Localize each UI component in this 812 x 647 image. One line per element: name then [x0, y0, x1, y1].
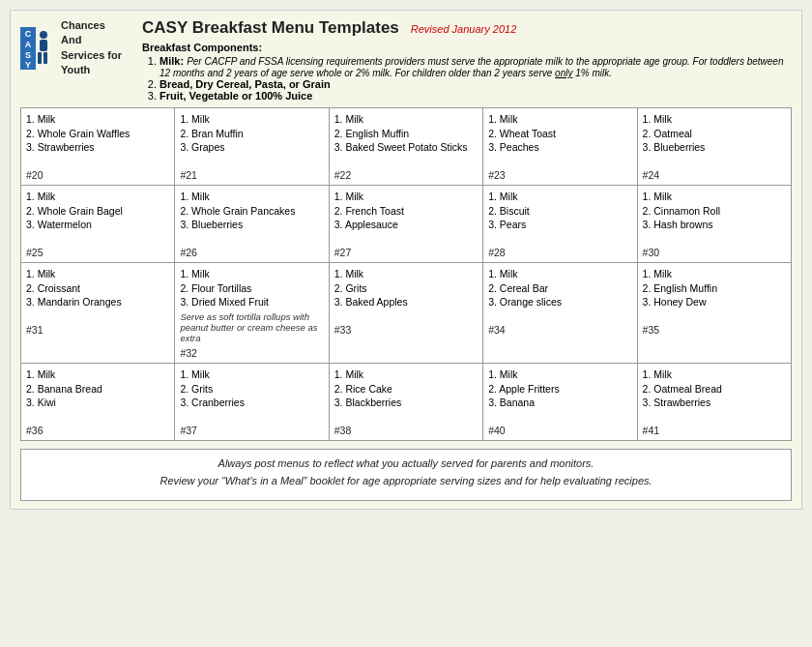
menu-item: 3. Pears [488, 218, 631, 232]
menu-cell-r1-c0: 1. Milk2. Whole Grain Bagel3. Watermelon… [21, 186, 175, 263]
logo-box: C A S Y Chances And Services for Youth [20, 18, 127, 78]
menu-cell-r1-c4: 1. Milk2. Cinnamon Roll3. Hash browns#30 [637, 186, 791, 263]
menu-item: 2. Whole Grain Bagel [26, 204, 169, 219]
cell-number: #25 [26, 247, 169, 258]
menu-item: 2. Banana Bread [26, 382, 169, 397]
cell-number: #30 [643, 247, 786, 258]
menu-item: 1. Milk [334, 112, 478, 127]
menu-item: 1. Milk [180, 267, 323, 281]
menu-cell-r2-c2: 1. Milk2. Grits3. Baked Apples#33 [329, 263, 482, 364]
svg-rect-6 [40, 40, 47, 51]
cell-number: #32 [180, 347, 323, 359]
milk-note: Per CACFP and FSSA licensing requirement… [160, 56, 783, 78]
menu-item: 3. Blackberries [334, 396, 478, 410]
menu-cell-r3-c3: 1. Milk2. Apple Fritters3. Banana#40 [483, 364, 637, 441]
menu-item: 1. Milk [643, 190, 786, 204]
menu-item: 1. Milk [488, 112, 631, 127]
menu-item: 1. Milk [334, 368, 478, 382]
menu-item: 3. Dried Mixed Fruit [180, 295, 323, 309]
menu-cell-r0-c4: 1. Milk2. Oatmeal3. Blueberries#24 [637, 108, 791, 186]
menu-cell-r0-c0: 1. Milk2. Whole Grain Waffles3. Strawber… [21, 108, 175, 186]
cell-number: #20 [26, 169, 169, 181]
menu-cell-r0-c3: 1. Milk2. Wheat Toast3. Peaches#23 [483, 108, 637, 186]
svg-point-5 [40, 31, 47, 39]
footer-box: Always post menus to reflect what you ac… [20, 449, 792, 501]
menu-item: 2. Rice Cake [334, 382, 478, 397]
title-row: CASY Breakfast Menu Templates Revised Ja… [142, 18, 792, 38]
page-title: CASY Breakfast Menu Templates [142, 18, 399, 38]
menu-item: 3. Hash browns [643, 218, 786, 232]
menu-cell-r2-c1: 1. Milk2. Flour Tortillas3. Dried Mixed … [175, 263, 329, 364]
component-fruit: Fruit, Vegetable or 100% Juice [160, 90, 792, 102]
menu-item: 1. Milk [488, 190, 631, 204]
menu-item: 2. Oatmeal Bread [643, 382, 786, 397]
menu-item: 3. Orange slices [488, 295, 631, 309]
cell-number: #22 [334, 169, 478, 181]
components-label: Breakfast Components: [142, 42, 792, 53]
svg-text:S: S [25, 50, 31, 60]
menu-item: 3. Kiwi [26, 396, 169, 410]
menu-cell-r0-c1: 1. Milk2. Bran Muffin3. Grapes#21 [175, 108, 329, 186]
menu-cell-r1-c3: 1. Milk2. Biscuit3. Pears#28 [483, 186, 637, 263]
menu-item: 3. Applesauce [334, 218, 478, 232]
menu-cell-r2-c4: 1. Milk2. English Muffin3. Honey Dew#35 [637, 263, 791, 364]
milk-label: Milk: [160, 55, 184, 67]
cell-number: #41 [643, 425, 786, 436]
cell-number: #21 [180, 169, 323, 181]
menu-item: 2. Wheat Toast [488, 127, 631, 141]
menu-item: 3. Strawberries [26, 140, 169, 155]
logo-tagline: Chances And Services for Youth [61, 18, 122, 78]
menu-item: 3. Strawberries [643, 396, 786, 410]
cell-number: #27 [334, 247, 478, 258]
menu-cell-r2-c3: 1. Milk2. Cereal Bar3. Orange slices#34 [483, 263, 637, 364]
menu-item: 3. Baked Sweet Potato Sticks [334, 140, 478, 155]
menu-item: 1. Milk [643, 112, 786, 127]
menu-item: 3. Blueberries [180, 218, 323, 232]
menu-item: 3. Watermelon [26, 218, 169, 232]
revised-label: Revised January 2012 [411, 23, 516, 35]
cell-number: #38 [334, 425, 478, 436]
menu-item: 1. Milk [488, 368, 631, 382]
menu-item: 1. Milk [488, 267, 631, 281]
menu-cell-r3-c1: 1. Milk2. Grits3. Cranberries#37 [175, 364, 329, 441]
menu-cell-r2-c0: 1. Milk2. Croissant3. Mandarin Oranges#3… [21, 263, 175, 364]
menu-item: 2. Croissant [26, 281, 169, 296]
cell-number: #35 [643, 324, 786, 336]
casy-logo-icon: C A S Y [20, 27, 55, 70]
menu-item: 2. Biscuit [488, 204, 631, 219]
menu-item: 1. Milk [180, 368, 323, 382]
cell-number: #23 [488, 169, 631, 181]
menu-cell-r0-c2: 1. Milk2. English Muffin3. Baked Sweet P… [329, 108, 482, 186]
menu-cell-r1-c1: 1. Milk2. Whole Grain Pancakes3. Blueber… [175, 186, 329, 263]
menu-item: 3. Honey Dew [643, 295, 786, 309]
cell-number: #36 [26, 425, 169, 436]
header-content: CASY Breakfast Menu Templates Revised Ja… [142, 18, 792, 102]
menu-cell-r1-c2: 1. Milk2. French Toast3. Applesauce#27 [329, 186, 482, 263]
cell-number: #40 [488, 425, 631, 436]
svg-text:Y: Y [25, 60, 31, 70]
menu-item: 2. French Toast [334, 204, 478, 219]
cell-number: #37 [180, 425, 323, 436]
cell-number: #26 [180, 247, 323, 258]
menu-item: 2. Grits [180, 382, 323, 397]
menu-item: 2. Cereal Bar [488, 281, 631, 296]
menu-item: 1. Milk [334, 267, 478, 281]
menu-item: 1. Milk [26, 190, 169, 204]
cell-number: #33 [334, 324, 478, 336]
component-bread: Bread, Dry Cereal, Pasta, or Grain [160, 78, 792, 90]
fruit-label: Fruit, Vegetable or 100% Juice [160, 90, 312, 102]
cell-number: #34 [488, 324, 631, 336]
menu-item: 2. Flour Tortillas [180, 281, 323, 296]
menu-item: 1. Milk [334, 190, 478, 204]
menu-item: 3. Baked Apples [334, 295, 478, 309]
header: C A S Y Chances And Services for Youth C… [20, 18, 792, 102]
cell-note: Serve as soft tortilla rollups with pean… [180, 311, 323, 343]
menu-item: 2. English Muffin [334, 127, 478, 141]
menu-table: 1. Milk2. Whole Grain Waffles3. Strawber… [20, 107, 792, 441]
menu-item: 3. Peaches [488, 140, 631, 155]
menu-item: 2. Grits [334, 281, 478, 296]
menu-item: 3. Cranberries [180, 396, 323, 410]
menu-item: 1. Milk [180, 112, 323, 127]
svg-text:A: A [25, 40, 32, 49]
menu-item: 1. Milk [26, 368, 169, 382]
